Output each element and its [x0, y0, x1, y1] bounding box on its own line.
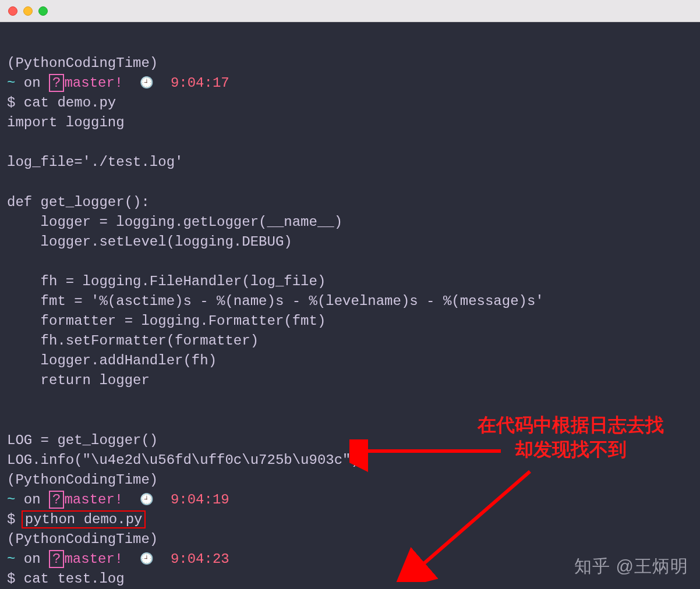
- branch-icon: ?: [49, 550, 64, 568]
- titlebar: [0, 0, 700, 22]
- cmd-cat-demo: cat demo.py: [24, 95, 116, 111]
- code-line: logger.setLevel(logging.DEBUG): [7, 234, 292, 250]
- prompt-context: (PythonCodingTime): [7, 472, 158, 488]
- code-line: LOG = get_logger(): [7, 432, 158, 448]
- annotation-line2: 却发现找不到: [478, 438, 664, 462]
- code-line: fh = logging.FileHandler(log_file): [7, 274, 326, 289]
- code-line: logger = logging.getLogger(__name__): [7, 214, 342, 230]
- prompt-on: on: [24, 492, 41, 508]
- prompt-dollar: $: [7, 512, 15, 527]
- code-line: LOG.info("\u4e2d\u56fd\uff0c\u725b\u903c…: [7, 452, 359, 468]
- annotation-line1: 在代码中根据日志去找: [478, 413, 664, 438]
- branch-icon: ?: [49, 491, 64, 509]
- code-line: import logging: [7, 115, 125, 130]
- prompt-context: (PythonCodingTime): [7, 54, 693, 73]
- branch-name: master: [64, 551, 114, 567]
- code-line: fmt = '%(asctime)s - %(name)s - %(leveln…: [7, 293, 544, 309]
- prompt-tilde: ~: [7, 551, 15, 567]
- branch-bang: !: [115, 551, 123, 567]
- minimize-button[interactable]: [23, 6, 33, 16]
- prompt-on: on: [24, 75, 41, 91]
- clock-icon: 🕘: [140, 494, 154, 506]
- prompt-dollar: $: [7, 95, 15, 111]
- code-line: fh.setFormatter(formatter): [7, 333, 259, 349]
- branch-name: master: [64, 492, 114, 508]
- prompt-context: (PythonCodingTime): [7, 531, 158, 547]
- annotation-text: 在代码中根据日志去找 却发现找不到: [478, 413, 664, 462]
- code-line: formatter = logging.Formatter(fmt): [7, 313, 326, 329]
- maximize-button[interactable]: [38, 6, 48, 16]
- code-line: def get_logger():: [7, 194, 150, 210]
- prompt-time-2: 9:04:19: [171, 492, 229, 508]
- clock-icon: 🕘: [140, 77, 154, 90]
- terminal-content[interactable]: (PythonCodingTime)~ on ?master! 🕘 9:04:1…: [0, 22, 700, 589]
- branch-name: master: [64, 75, 114, 91]
- code-line: return logger: [7, 372, 150, 388]
- close-button[interactable]: [8, 6, 17, 16]
- prompt-tilde: ~: [7, 492, 15, 508]
- prompt-dollar: $: [7, 571, 15, 587]
- code-line: logger.addHandler(fh): [7, 353, 217, 368]
- branch-bang: !: [115, 75, 123, 91]
- prompt-tilde: ~: [7, 75, 15, 91]
- watermark: 知乎 @王炳明: [574, 555, 688, 579]
- prompt-on: on: [24, 551, 41, 567]
- prompt-time-3: 9:04:23: [171, 551, 229, 567]
- clock-icon: 🕘: [140, 553, 154, 566]
- branch-icon: ?: [49, 74, 64, 92]
- prompt-time-1: 9:04:17: [171, 75, 229, 91]
- cmd-cat-test: cat test.log: [24, 571, 125, 587]
- code-line: log_file='./test.log': [7, 154, 183, 170]
- branch-bang: !: [115, 492, 123, 508]
- cmd-python-demo: python demo.py: [22, 510, 146, 528]
